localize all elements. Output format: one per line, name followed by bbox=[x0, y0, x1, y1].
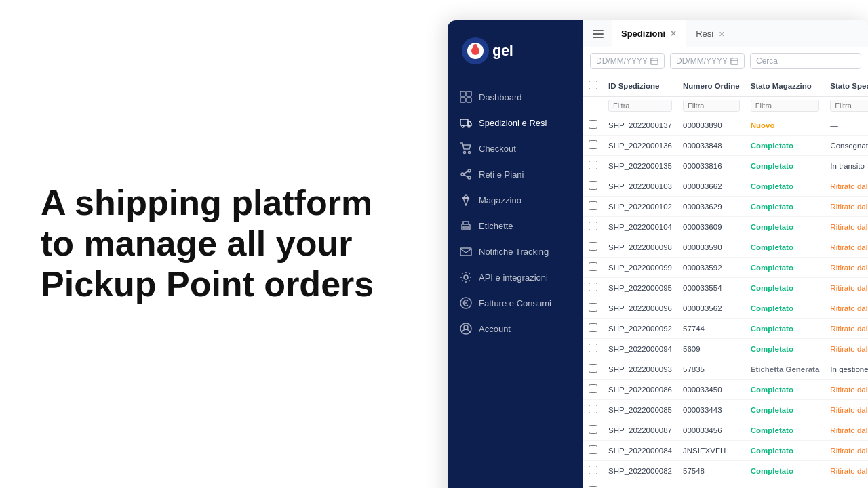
table-row[interactable]: SHP_2022000103 000033662 Completato Riti… bbox=[583, 176, 868, 197]
row-checkbox[interactable] bbox=[589, 364, 597, 373]
date1-placeholder: DD/MM/YYYY bbox=[596, 56, 648, 66]
row-checkbox[interactable] bbox=[589, 425, 597, 434]
row-checkbox-cell[interactable] bbox=[583, 197, 603, 217]
sidebar-item-reti[interactable]: Reti e Piani bbox=[448, 161, 583, 187]
row-checkbox-cell[interactable] bbox=[583, 176, 603, 197]
row-checkbox[interactable] bbox=[589, 140, 597, 149]
table-row[interactable]: SHP_2022000085 000033443 Completato Riti… bbox=[583, 400, 868, 420]
row-checkbox[interactable] bbox=[589, 405, 597, 413]
cell-numero-ordine: 5609 bbox=[677, 339, 745, 359]
tab-spedizioni[interactable]: Spedizioni × bbox=[612, 20, 686, 47]
col-numero-ordine: Numero Ordine bbox=[677, 75, 745, 97]
search-filter[interactable]: Cerca bbox=[750, 53, 861, 69]
menu-toggle-button[interactable] bbox=[589, 24, 608, 43]
table-row[interactable]: SHP_2022000099 000033592 Completato Riti… bbox=[583, 258, 868, 278]
table-row[interactable]: SHP_2022000084 JNSIEXVFH Completato Riti… bbox=[583, 441, 868, 461]
table-row[interactable]: SHP_2022000092 57744 Completato Ritirato… bbox=[583, 319, 868, 339]
row-checkbox[interactable] bbox=[589, 344, 597, 352]
cell-id-spedizione: SHP_2022000096 bbox=[603, 298, 677, 319]
table-row[interactable]: SHP_2022000137 000033890 Nuovo — bbox=[583, 115, 868, 136]
sidebar-item-fatture[interactable]: Fatture e Consumi bbox=[448, 290, 583, 316]
filter-mag-input[interactable] bbox=[751, 100, 820, 112]
row-checkbox-cell[interactable] bbox=[583, 461, 603, 481]
tab-resi[interactable]: Resi × bbox=[686, 20, 734, 47]
table-row[interactable]: SHP_2022000136 000033848 Completato Cons… bbox=[583, 136, 868, 156]
filter-sped[interactable] bbox=[825, 97, 868, 115]
row-checkbox[interactable] bbox=[589, 323, 597, 332]
cell-stato-spedizione: Ritirato dal cliente bbox=[825, 400, 868, 420]
row-checkbox-cell[interactable] bbox=[583, 217, 603, 237]
table-row[interactable]: SHP_2022000082 57548 Completato Ritirato… bbox=[583, 461, 868, 481]
sidebar-item-account[interactable]: Account bbox=[448, 316, 583, 342]
row-checkbox-cell[interactable] bbox=[583, 481, 603, 489]
row-checkbox-cell[interactable] bbox=[583, 441, 603, 461]
table-row[interactable]: SHP_2022000098 000033590 Completato Riti… bbox=[583, 237, 868, 258]
row-checkbox-cell[interactable] bbox=[583, 400, 603, 420]
row-checkbox[interactable] bbox=[589, 201, 597, 210]
filter-ordine-input[interactable] bbox=[683, 100, 740, 112]
row-checkbox-cell[interactable] bbox=[583, 298, 603, 319]
select-all-checkbox[interactable] bbox=[589, 81, 597, 89]
date-filter-2[interactable]: DD/MM/YYYY bbox=[670, 53, 745, 69]
sidebar-item-label: Spedizioni e Resi bbox=[479, 118, 547, 128]
row-checkbox[interactable] bbox=[589, 161, 597, 169]
row-checkbox[interactable] bbox=[589, 283, 597, 291]
cell-id-spedizione: SHP_2022000086 bbox=[603, 380, 677, 400]
tab-close-resi[interactable]: × bbox=[719, 29, 724, 39]
row-checkbox-cell[interactable] bbox=[583, 156, 603, 176]
row-checkbox[interactable] bbox=[589, 222, 597, 230]
row-checkbox-cell[interactable] bbox=[583, 115, 603, 136]
sidebar-item-api[interactable]: API e integrazioni bbox=[448, 264, 583, 290]
row-checkbox-cell[interactable] bbox=[583, 359, 603, 380]
sidebar-item-dashboard[interactable]: Dashboard bbox=[448, 84, 583, 110]
row-checkbox-cell[interactable] bbox=[583, 237, 603, 258]
row-checkbox[interactable] bbox=[589, 242, 597, 251]
row-checkbox[interactable] bbox=[589, 303, 597, 312]
select-all-header[interactable] bbox=[583, 75, 603, 97]
table-row[interactable]: SHP_2022000104 000033609 Completato Riti… bbox=[583, 217, 868, 237]
row-checkbox-cell[interactable] bbox=[583, 278, 603, 298]
row-checkbox-cell[interactable] bbox=[583, 258, 603, 278]
row-checkbox[interactable] bbox=[589, 181, 597, 190]
filter-ordine[interactable] bbox=[677, 97, 745, 115]
svg-line-17 bbox=[464, 175, 468, 177]
table-row[interactable]: SHP_2022000086 000033450 Completato Riti… bbox=[583, 380, 868, 400]
euro-icon bbox=[460, 297, 472, 309]
table-row[interactable]: SHP_2022000095 000033554 Completato Riti… bbox=[583, 278, 868, 298]
row-checkbox-cell[interactable] bbox=[583, 420, 603, 441]
tab-close-spedizioni[interactable]: × bbox=[671, 28, 676, 38]
row-checkbox-cell[interactable] bbox=[583, 319, 603, 339]
row-checkbox[interactable] bbox=[589, 384, 597, 393]
sidebar-item-label: Magazzino bbox=[479, 195, 521, 205]
filter-id[interactable] bbox=[603, 97, 677, 115]
sidebar-item-etichette[interactable]: Etichette bbox=[448, 213, 583, 239]
row-checkbox-cell[interactable] bbox=[583, 380, 603, 400]
table-row[interactable]: SHP_2022000088 57557 Nuovo — bbox=[583, 481, 868, 489]
row-checkbox-cell[interactable] bbox=[583, 339, 603, 359]
svg-point-21 bbox=[464, 275, 468, 279]
sidebar-item-magazzino[interactable]: Magazzino bbox=[448, 187, 583, 213]
table-row[interactable]: SHP_2022000102 000033629 Completato Riti… bbox=[583, 197, 868, 217]
row-checkbox-cell[interactable] bbox=[583, 136, 603, 156]
cell-numero-ordine: 000033590 bbox=[677, 237, 745, 258]
row-checkbox[interactable] bbox=[589, 466, 597, 474]
row-checkbox[interactable] bbox=[589, 445, 597, 454]
date-filter-1[interactable]: DD/MM/YYYY bbox=[590, 53, 665, 69]
cell-numero-ordine: 57557 bbox=[677, 481, 745, 489]
table-row[interactable]: SHP_2022000094 5609 Completato Ritirato … bbox=[583, 339, 868, 359]
filter-mag[interactable] bbox=[745, 97, 825, 115]
table-row[interactable]: SHP_2022000093 57835 Etichetta Generata … bbox=[583, 359, 868, 380]
cell-id-spedizione: SHP_2022000104 bbox=[603, 217, 677, 237]
marketing-headline: A shipping platform to manage all your P… bbox=[41, 183, 407, 304]
sidebar-item-checkout[interactable]: Checkout bbox=[448, 136, 583, 161]
row-checkbox[interactable] bbox=[589, 262, 597, 271]
filter-id-input[interactable] bbox=[608, 100, 672, 112]
table-row[interactable]: SHP_2022000135 000033816 Completato In t… bbox=[583, 156, 868, 176]
sidebar-item-notifiche[interactable]: Notifiche Tracking bbox=[448, 239, 583, 264]
sidebar-item-spedizioni[interactable]: Spedizioni e Resi bbox=[448, 110, 583, 136]
table-row[interactable]: SHP_2022000087 000033456 Completato Riti… bbox=[583, 420, 868, 441]
filter-sped-input[interactable] bbox=[830, 100, 868, 112]
row-checkbox[interactable] bbox=[589, 120, 597, 129]
table-row[interactable]: SHP_2022000096 000033562 Completato Riti… bbox=[583, 298, 868, 319]
svg-rect-20 bbox=[460, 248, 471, 256]
